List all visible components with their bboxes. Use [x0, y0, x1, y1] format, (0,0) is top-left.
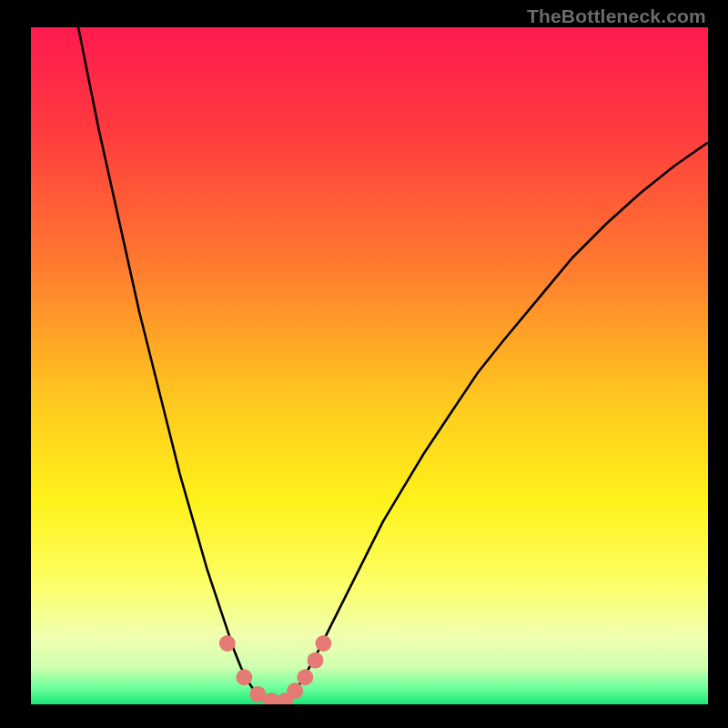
curve-marker: [297, 669, 313, 685]
curve-marker: [308, 652, 324, 669]
curve-markers: [219, 635, 332, 704]
curve-marker: [219, 635, 236, 652]
plot-area: [31, 27, 708, 704]
curve-marker: [315, 635, 331, 652]
chart-frame: TheBottleneck.com: [0, 0, 728, 728]
bottleneck-curve: [31, 27, 708, 704]
watermark-text: TheBottleneck.com: [527, 5, 706, 27]
curve-marker: [236, 669, 252, 685]
curve-path: [78, 27, 708, 703]
curve-marker: [287, 682, 303, 699]
